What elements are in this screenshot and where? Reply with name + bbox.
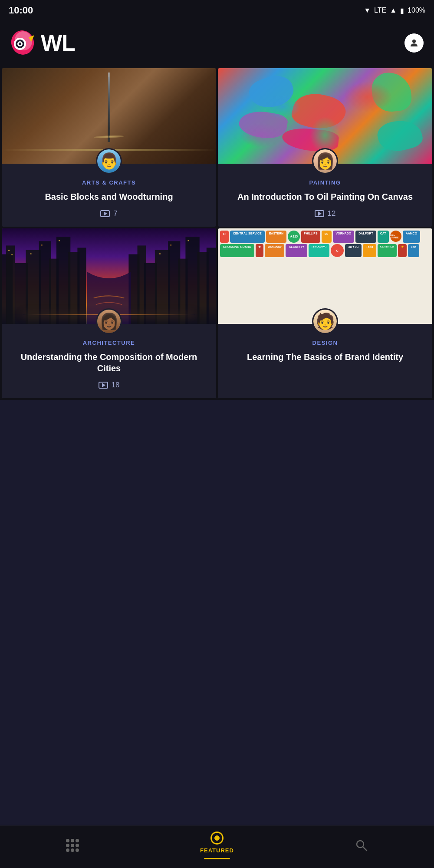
svg-rect-27 [207,248,216,324]
instructor-avatar-design [312,308,338,334]
card-body-architecture: ARCHITECTURE Understanding the Compositi… [2,324,216,398]
featured-icon-inner [214,835,220,841]
signal-label: LTE [374,7,386,14]
card-category-design: DESIGN [227,340,424,346]
logo-text: WL [41,32,75,54]
svg-rect-18 [77,248,86,324]
svg-rect-33 [159,254,161,254]
battery-icon: ▮ [400,7,404,15]
owl-logo-icon [10,29,41,57]
svg-rect-11 [6,245,15,324]
wifi-icon: ▼ [364,7,371,14]
svg-rect-32 [59,240,60,241]
card-title-architecture: Understanding the Composition of Modern … [10,351,207,374]
app-header: WL [0,21,434,66]
nav-featured-label: FEATURED [200,847,234,854]
nav-item-featured[interactable]: FEATURED [200,832,234,859]
status-time: 10:00 [9,5,33,16]
card-title-painting: An Introduction To Oil Painting On Canva… [227,191,424,202]
card-category-woodturning: ARTS & CRAFTS [10,179,207,186]
nav-active-indicator [204,858,230,859]
svg-rect-34 [170,244,171,245]
svg-rect-35 [187,240,189,241]
svg-rect-22 [155,250,170,324]
card-lessons-painting: 12 [227,209,424,218]
lesson-count-woodturning: 7 [113,209,117,218]
card-title-design: Learning The Basics of Brand Identity [227,351,424,363]
lesson-count-painting: 12 [328,209,336,218]
card-lessons-architecture: 18 [10,381,207,389]
status-icons: ▼ LTE ▲ ▮ 100% [364,7,425,15]
logo: WL [10,29,75,57]
instructor-avatar-architecture [96,308,122,334]
svg-rect-31 [41,244,43,245]
svg-rect-29 [11,254,13,255]
battery-label: 100% [408,7,425,14]
status-bar: 10:00 ▼ LTE ▲ ▮ 100% [0,0,434,21]
svg-rect-30 [30,254,32,254]
card-category-architecture: ARCHITECTURE [10,340,207,346]
lesson-count-architecture: 18 [112,381,120,389]
course-card-woodturning[interactable]: ARTS & CRAFTS Basic Blocks and Woodturni… [2,68,216,227]
instructor-avatar-woodturning [96,148,122,174]
video-icon-woodturning [100,210,110,217]
card-lessons-woodturning: 7 [10,209,207,218]
courses-grid: ARTS & CRAFTS Basic Blocks and Woodturni… [0,66,434,400]
search-icon [355,839,368,852]
instructor-avatar-painting [312,148,338,174]
svg-rect-13 [26,250,41,324]
bottom-navigation: FEATURED [0,825,434,868]
featured-icon [210,832,224,845]
nav-item-search[interactable] [344,839,379,852]
svg-point-6 [19,43,21,45]
course-card-architecture[interactable]: ARCHITECTURE Understanding the Compositi… [2,228,216,398]
video-icon-architecture [99,382,108,389]
course-card-painting[interactable]: PAINTING An Introduction To Oil Painting… [218,68,432,227]
video-icon-painting [315,210,324,217]
svg-point-8 [412,40,416,43]
card-title-woodturning: Basic Blocks and Woodturning [10,191,207,202]
signal-bars-icon: ▲ [390,7,397,14]
svg-rect-28 [8,250,10,251]
course-card-design[interactable]: R CENTRAL SERVICE EASTERN ★225 PHILLIPS … [218,228,432,398]
user-profile-button[interactable] [404,33,424,53]
nav-item-grid[interactable] [55,839,90,852]
grid-icon [66,839,79,852]
svg-line-37 [363,847,367,851]
card-category-painting: PAINTING [227,179,424,186]
